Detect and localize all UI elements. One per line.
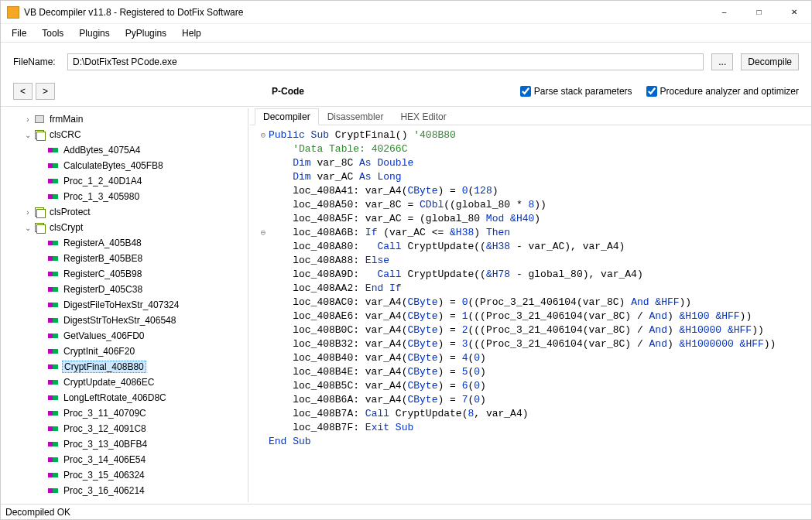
proc-optimizer-input[interactable] xyxy=(646,86,657,97)
parse-stack-label: Parse stack parameters xyxy=(534,86,632,97)
menu-help[interactable]: Help xyxy=(176,26,207,41)
svg-rect-27 xyxy=(53,380,58,385)
code-line: loc_408AE6: var_A4(CByte) = 1(((Proc_3_2… xyxy=(258,310,811,323)
window-title: VB Decompiler v11.8 - Registered to DotF… xyxy=(24,7,707,18)
code-line: loc_408B7A: Call CryptUpdate(8, var_A4) xyxy=(258,407,811,421)
code-line: End Sub xyxy=(258,435,811,449)
expand-icon[interactable]: › xyxy=(22,208,33,217)
method-icon xyxy=(47,191,60,202)
tree-node[interactable]: Proc_3_13_40BFB4 xyxy=(4,436,246,452)
mode-label: P-Code xyxy=(272,86,304,97)
tree-node[interactable]: Proc_3_15_406324 xyxy=(4,467,246,483)
fold-icon[interactable]: ⊖ xyxy=(258,227,269,240)
code-line: Dim var_8C As Double xyxy=(258,156,811,170)
tab-hex-editor[interactable]: HEX Editor xyxy=(392,108,454,125)
tree-label: Proc_3_13_40BFB4 xyxy=(62,439,149,450)
method-icon xyxy=(47,377,60,388)
main-area: ›frmMain⌄clsCRCAddBytes_4075A4CalculateB… xyxy=(1,107,811,504)
tree-label: DigestStrToHexStr_406548 xyxy=(62,315,177,326)
svg-rect-39 xyxy=(53,473,58,477)
tree-node[interactable]: AddBytes_4075A4 xyxy=(4,142,246,158)
tree-node[interactable]: DigestFileToHexStr_407324 xyxy=(4,297,246,313)
expand-icon[interactable]: › xyxy=(22,115,33,124)
filename-input[interactable] xyxy=(67,53,704,70)
tree-node[interactable]: GetValues_406FD0 xyxy=(4,328,246,344)
svg-rect-6 xyxy=(48,194,53,199)
titlebar: VB Decompiler v11.8 - Registered to DotF… xyxy=(1,1,811,24)
svg-rect-9 xyxy=(53,241,58,245)
code-line: loc_408B0C: var_A4(CByte) = 2(((Proc_3_2… xyxy=(258,323,811,337)
gutter-spacer xyxy=(258,408,269,421)
svg-rect-11 xyxy=(53,256,58,261)
tree-node[interactable]: Proc_1_2_40D1A4 xyxy=(4,173,246,189)
menu-pyplugins[interactable]: PyPlugins xyxy=(119,26,173,41)
form-icon xyxy=(33,114,46,125)
tree-node[interactable]: ⌄clsCRC xyxy=(4,127,246,142)
menu-tools[interactable]: Tools xyxy=(36,26,70,41)
parse-stack-input[interactable] xyxy=(520,86,531,97)
maximize-button[interactable]: □ xyxy=(742,1,776,24)
collapse-icon[interactable]: ⌄ xyxy=(22,131,33,139)
browse-button[interactable]: ... xyxy=(711,53,733,70)
nav-forward-button[interactable]: > xyxy=(36,83,55,100)
code-line: loc_408A50: var_8C = CDbl((global_80 * 8… xyxy=(258,198,811,212)
gutter-spacer xyxy=(258,213,269,226)
method-icon xyxy=(47,423,60,434)
tree-node[interactable]: CryptUpdate_4086EC xyxy=(4,375,246,390)
svg-rect-24 xyxy=(48,364,53,369)
gutter-spacer xyxy=(258,269,269,282)
code-line: loc_408A88: Else xyxy=(258,254,811,268)
tree-node[interactable]: RegisterA_405B48 xyxy=(4,235,246,251)
code-line: loc_408AA2: End If xyxy=(258,282,811,296)
tree-node[interactable]: CalculateBytes_405FB8 xyxy=(4,158,246,173)
tree-node[interactable]: LongLeftRotate_406D8C xyxy=(4,390,246,405)
fold-icon[interactable]: ⊖ xyxy=(258,129,269,142)
gutter-spacer xyxy=(258,324,269,337)
tree-label: RegisterA_405B48 xyxy=(62,238,143,248)
collapse-icon[interactable]: ⌄ xyxy=(22,224,33,232)
tree-node[interactable]: RegisterB_405BE8 xyxy=(4,251,246,266)
svg-rect-12 xyxy=(48,272,53,276)
tree-node[interactable]: RegisterC_405B98 xyxy=(4,266,246,282)
nav-back-button[interactable]: < xyxy=(13,83,33,100)
svg-rect-10 xyxy=(48,256,53,261)
code-body[interactable]: ⊖Public Sub CryptFinal() '408B80 'Data T… xyxy=(250,125,811,504)
svg-rect-38 xyxy=(48,473,53,477)
tree-node[interactable]: Proc_3_14_406E54 xyxy=(4,452,246,467)
method-icon xyxy=(47,330,60,341)
svg-rect-23 xyxy=(53,349,58,354)
decompile-button[interactable]: Decompile xyxy=(741,53,799,70)
close-button[interactable]: ✕ xyxy=(776,1,811,24)
gutter-spacer xyxy=(258,394,269,407)
svg-rect-19 xyxy=(53,318,58,323)
svg-rect-14 xyxy=(48,287,53,292)
tab-disassembler[interactable]: Disassembler xyxy=(319,108,392,125)
tree-label: Proc_1_3_405980 xyxy=(62,191,141,202)
tree-label: Proc_3_16_406214 xyxy=(62,485,146,496)
svg-rect-0 xyxy=(48,148,53,152)
code-line: ⊖Public Sub CryptFinal() '408B80 xyxy=(258,128,811,142)
tree-view[interactable]: ›frmMain⌄clsCRCAddBytes_4075A4CalculateB… xyxy=(2,108,248,502)
minimize-button[interactable]: – xyxy=(707,1,742,24)
parse-stack-checkbox[interactable]: Parse stack parameters xyxy=(520,86,632,97)
tab-decompiler[interactable]: Decompiler xyxy=(255,108,319,125)
tree-node[interactable]: Proc_3_11_40709C xyxy=(4,405,246,421)
tree-node[interactable]: CryptFinal_408B80 xyxy=(4,359,246,375)
tree-node[interactable]: Proc_3_12_4091C8 xyxy=(4,421,246,436)
tree-node[interactable]: DigestStrToHexStr_406548 xyxy=(4,313,246,328)
svg-rect-29 xyxy=(53,395,58,400)
svg-rect-37 xyxy=(53,457,58,462)
code-line: loc_408A5F: var_AC = (global_80 Mod &H40… xyxy=(258,212,811,226)
tree-node[interactable]: RegisterD_405C38 xyxy=(4,282,246,297)
tree-node[interactable]: CryptInit_406F20 xyxy=(4,344,246,359)
tree-label: GetValues_406FD0 xyxy=(62,330,146,341)
menu-file[interactable]: File xyxy=(5,26,33,41)
menu-plugins[interactable]: Plugins xyxy=(73,26,115,41)
tree-node[interactable]: ⌄clsCrypt xyxy=(4,220,246,235)
tree-node[interactable]: ›clsProtect xyxy=(4,204,246,220)
tree-node[interactable]: Proc_1_3_405980 xyxy=(4,189,246,204)
tree-node[interactable]: ›frmMain xyxy=(4,111,246,127)
gutter-spacer xyxy=(258,380,269,393)
tree-node[interactable]: Proc_3_16_406214 xyxy=(4,483,246,498)
proc-optimizer-checkbox[interactable]: Procedure analyzer and optimizer xyxy=(646,86,799,97)
